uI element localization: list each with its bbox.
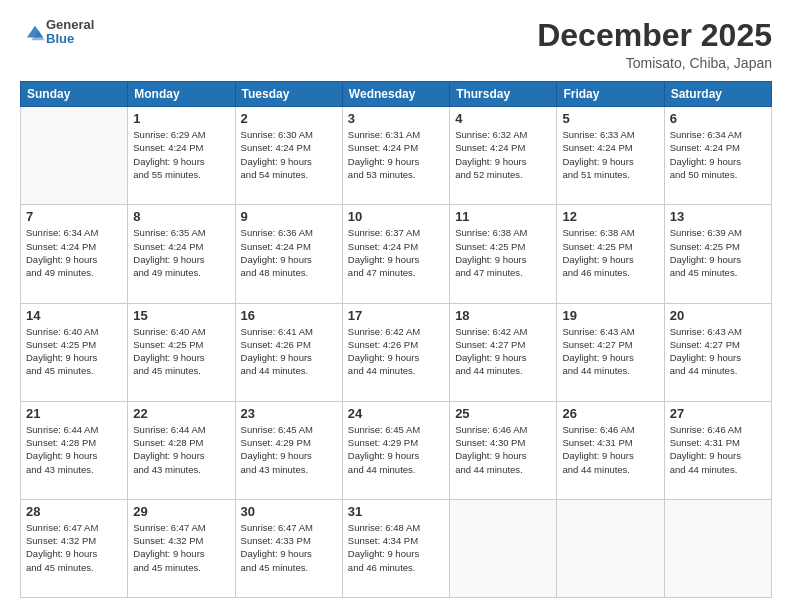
day-info: Sunrise: 6:30 AMSunset: 4:24 PMDaylight:… [241, 128, 337, 181]
weekday-header-sunday: Sunday [21, 82, 128, 107]
week-row-0: 1Sunrise: 6:29 AMSunset: 4:24 PMDaylight… [21, 107, 772, 205]
day-number: 16 [241, 308, 337, 323]
day-info: Sunrise: 6:32 AMSunset: 4:24 PMDaylight:… [455, 128, 551, 181]
day-number: 3 [348, 111, 444, 126]
day-number: 28 [26, 504, 122, 519]
day-info: Sunrise: 6:35 AMSunset: 4:24 PMDaylight:… [133, 226, 229, 279]
day-info: Sunrise: 6:46 AMSunset: 4:30 PMDaylight:… [455, 423, 551, 476]
day-info: Sunrise: 6:47 AMSunset: 4:32 PMDaylight:… [133, 521, 229, 574]
calendar-cell: 17Sunrise: 6:42 AMSunset: 4:26 PMDayligh… [342, 303, 449, 401]
day-info: Sunrise: 6:38 AMSunset: 4:25 PMDaylight:… [562, 226, 658, 279]
calendar-cell: 28Sunrise: 6:47 AMSunset: 4:32 PMDayligh… [21, 499, 128, 597]
calendar-cell: 15Sunrise: 6:40 AMSunset: 4:25 PMDayligh… [128, 303, 235, 401]
day-number: 11 [455, 209, 551, 224]
day-number: 29 [133, 504, 229, 519]
day-info: Sunrise: 6:42 AMSunset: 4:26 PMDaylight:… [348, 325, 444, 378]
calendar-cell: 1Sunrise: 6:29 AMSunset: 4:24 PMDaylight… [128, 107, 235, 205]
day-info: Sunrise: 6:36 AMSunset: 4:24 PMDaylight:… [241, 226, 337, 279]
day-number: 25 [455, 406, 551, 421]
calendar-cell: 29Sunrise: 6:47 AMSunset: 4:32 PMDayligh… [128, 499, 235, 597]
calendar-cell [450, 499, 557, 597]
day-number: 23 [241, 406, 337, 421]
week-row-2: 14Sunrise: 6:40 AMSunset: 4:25 PMDayligh… [21, 303, 772, 401]
day-info: Sunrise: 6:31 AMSunset: 4:24 PMDaylight:… [348, 128, 444, 181]
calendar-cell: 12Sunrise: 6:38 AMSunset: 4:25 PMDayligh… [557, 205, 664, 303]
calendar-cell: 22Sunrise: 6:44 AMSunset: 4:28 PMDayligh… [128, 401, 235, 499]
day-number: 13 [670, 209, 766, 224]
day-info: Sunrise: 6:42 AMSunset: 4:27 PMDaylight:… [455, 325, 551, 378]
calendar-cell: 10Sunrise: 6:37 AMSunset: 4:24 PMDayligh… [342, 205, 449, 303]
day-info: Sunrise: 6:34 AMSunset: 4:24 PMDaylight:… [26, 226, 122, 279]
calendar-cell: 30Sunrise: 6:47 AMSunset: 4:33 PMDayligh… [235, 499, 342, 597]
calendar-cell: 3Sunrise: 6:31 AMSunset: 4:24 PMDaylight… [342, 107, 449, 205]
location: Tomisato, Chiba, Japan [537, 55, 772, 71]
calendar-cell: 9Sunrise: 6:36 AMSunset: 4:24 PMDaylight… [235, 205, 342, 303]
day-info: Sunrise: 6:47 AMSunset: 4:32 PMDaylight:… [26, 521, 122, 574]
day-number: 20 [670, 308, 766, 323]
day-number: 5 [562, 111, 658, 126]
calendar-cell: 11Sunrise: 6:38 AMSunset: 4:25 PMDayligh… [450, 205, 557, 303]
day-number: 27 [670, 406, 766, 421]
day-info: Sunrise: 6:46 AMSunset: 4:31 PMDaylight:… [670, 423, 766, 476]
day-number: 12 [562, 209, 658, 224]
calendar-cell: 5Sunrise: 6:33 AMSunset: 4:24 PMDaylight… [557, 107, 664, 205]
calendar-cell: 4Sunrise: 6:32 AMSunset: 4:24 PMDaylight… [450, 107, 557, 205]
day-number: 31 [348, 504, 444, 519]
week-row-4: 28Sunrise: 6:47 AMSunset: 4:32 PMDayligh… [21, 499, 772, 597]
calendar-cell: 31Sunrise: 6:48 AMSunset: 4:34 PMDayligh… [342, 499, 449, 597]
day-number: 9 [241, 209, 337, 224]
day-info: Sunrise: 6:38 AMSunset: 4:25 PMDaylight:… [455, 226, 551, 279]
day-number: 21 [26, 406, 122, 421]
day-info: Sunrise: 6:39 AMSunset: 4:25 PMDaylight:… [670, 226, 766, 279]
week-row-3: 21Sunrise: 6:44 AMSunset: 4:28 PMDayligh… [21, 401, 772, 499]
calendar-cell [664, 499, 771, 597]
calendar-cell: 18Sunrise: 6:42 AMSunset: 4:27 PMDayligh… [450, 303, 557, 401]
calendar-cell: 24Sunrise: 6:45 AMSunset: 4:29 PMDayligh… [342, 401, 449, 499]
day-number: 26 [562, 406, 658, 421]
day-info: Sunrise: 6:43 AMSunset: 4:27 PMDaylight:… [670, 325, 766, 378]
calendar-cell: 8Sunrise: 6:35 AMSunset: 4:24 PMDaylight… [128, 205, 235, 303]
day-info: Sunrise: 6:44 AMSunset: 4:28 PMDaylight:… [26, 423, 122, 476]
calendar-cell: 16Sunrise: 6:41 AMSunset: 4:26 PMDayligh… [235, 303, 342, 401]
logo-blue-text: Blue [46, 32, 94, 46]
calendar-cell: 7Sunrise: 6:34 AMSunset: 4:24 PMDaylight… [21, 205, 128, 303]
logo: General Blue [20, 18, 94, 47]
day-info: Sunrise: 6:34 AMSunset: 4:24 PMDaylight:… [670, 128, 766, 181]
calendar-cell [21, 107, 128, 205]
calendar-cell: 6Sunrise: 6:34 AMSunset: 4:24 PMDaylight… [664, 107, 771, 205]
day-number: 24 [348, 406, 444, 421]
weekday-header-thursday: Thursday [450, 82, 557, 107]
day-number: 17 [348, 308, 444, 323]
logo-icon [24, 22, 46, 44]
weekday-header-tuesday: Tuesday [235, 82, 342, 107]
day-info: Sunrise: 6:45 AMSunset: 4:29 PMDaylight:… [348, 423, 444, 476]
day-info: Sunrise: 6:40 AMSunset: 4:25 PMDaylight:… [26, 325, 122, 378]
calendar-cell: 13Sunrise: 6:39 AMSunset: 4:25 PMDayligh… [664, 205, 771, 303]
day-number: 7 [26, 209, 122, 224]
day-info: Sunrise: 6:33 AMSunset: 4:24 PMDaylight:… [562, 128, 658, 181]
day-number: 10 [348, 209, 444, 224]
day-info: Sunrise: 6:48 AMSunset: 4:34 PMDaylight:… [348, 521, 444, 574]
weekday-header-wednesday: Wednesday [342, 82, 449, 107]
week-row-1: 7Sunrise: 6:34 AMSunset: 4:24 PMDaylight… [21, 205, 772, 303]
calendar-cell: 21Sunrise: 6:44 AMSunset: 4:28 PMDayligh… [21, 401, 128, 499]
day-number: 22 [133, 406, 229, 421]
day-number: 4 [455, 111, 551, 126]
day-number: 8 [133, 209, 229, 224]
calendar: SundayMondayTuesdayWednesdayThursdayFrid… [20, 81, 772, 598]
calendar-cell [557, 499, 664, 597]
weekday-header-saturday: Saturday [664, 82, 771, 107]
calendar-cell: 14Sunrise: 6:40 AMSunset: 4:25 PMDayligh… [21, 303, 128, 401]
weekday-header-row: SundayMondayTuesdayWednesdayThursdayFrid… [21, 82, 772, 107]
title-block: December 2025 Tomisato, Chiba, Japan [537, 18, 772, 71]
calendar-cell: 27Sunrise: 6:46 AMSunset: 4:31 PMDayligh… [664, 401, 771, 499]
calendar-cell: 23Sunrise: 6:45 AMSunset: 4:29 PMDayligh… [235, 401, 342, 499]
month-title: December 2025 [537, 18, 772, 53]
day-number: 15 [133, 308, 229, 323]
calendar-cell: 26Sunrise: 6:46 AMSunset: 4:31 PMDayligh… [557, 401, 664, 499]
header: General Blue December 2025 Tomisato, Chi… [20, 18, 772, 71]
day-number: 30 [241, 504, 337, 519]
calendar-cell: 20Sunrise: 6:43 AMSunset: 4:27 PMDayligh… [664, 303, 771, 401]
day-number: 2 [241, 111, 337, 126]
day-number: 14 [26, 308, 122, 323]
